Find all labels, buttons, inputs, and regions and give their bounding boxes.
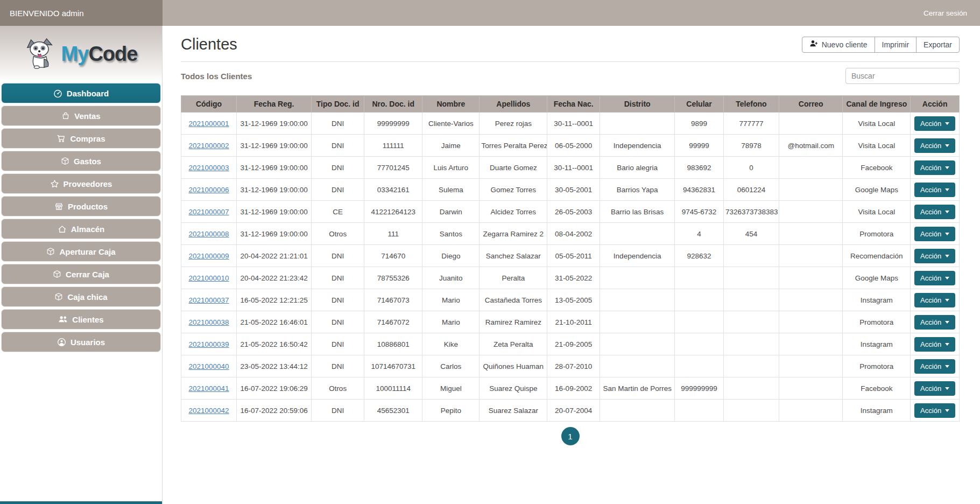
row-action-dropdown-button[interactable]: Acción xyxy=(914,293,955,307)
table-cell: 10886801 xyxy=(364,333,422,355)
client-code-link[interactable]: 2021000002 xyxy=(188,142,229,150)
table-cell: 31-05-2022 xyxy=(547,267,600,289)
sidebar-item-label: Productos xyxy=(68,202,108,211)
cell-codigo: 2021000042 xyxy=(181,400,237,422)
export-button[interactable]: Exportar xyxy=(916,37,960,53)
client-code-link[interactable]: 2021000007 xyxy=(188,208,229,216)
brand-code: Code xyxy=(88,43,137,65)
sidebar-item-usuarios[interactable]: Usuarios xyxy=(1,332,161,352)
pagination-page-1[interactable]: 1 xyxy=(561,427,580,445)
sidebar-item-ventas[interactable]: Ventas xyxy=(1,106,161,126)
client-code-link[interactable]: 2021000039 xyxy=(188,340,229,348)
sidebar-item-productos[interactable]: Productos xyxy=(1,196,161,216)
table-cell: 30-11--0001 xyxy=(547,157,600,179)
cell-codigo: 2021000001 xyxy=(181,113,237,135)
search-input[interactable] xyxy=(845,68,960,84)
row-action-dropdown-button[interactable]: Acción xyxy=(914,315,955,330)
table-cell xyxy=(600,333,675,355)
row-action-dropdown-button[interactable]: Acción xyxy=(914,138,955,153)
sidebar-item-label: Caja chica xyxy=(67,292,107,302)
client-code-link[interactable]: 2021000041 xyxy=(188,384,229,393)
table-cell: Otros xyxy=(312,223,364,245)
table-cell: 454 xyxy=(723,223,779,245)
table-cell: 31-12-1969 19:00:00 xyxy=(237,135,312,157)
table-cell: Otros xyxy=(312,377,364,400)
row-action-dropdown-button[interactable]: Acción xyxy=(914,381,955,396)
sidebar-item-caja-chica[interactable]: Caja chica xyxy=(1,286,161,307)
house-icon xyxy=(58,225,67,234)
row-action-dropdown-button[interactable]: Acción xyxy=(914,249,955,263)
table-cell: 777777 xyxy=(723,113,779,135)
table-cell xyxy=(779,355,843,377)
table-cell: CE xyxy=(312,201,364,223)
sidebar-header: BIENVENIDO admin xyxy=(0,0,163,26)
client-code-link[interactable]: 2021000038 xyxy=(188,318,229,326)
client-code-link[interactable]: 2021000001 xyxy=(188,120,229,128)
row-action-dropdown-button[interactable]: Acción xyxy=(914,227,955,241)
table-cell: 10714670731 xyxy=(364,355,422,377)
table-cell: Jaime xyxy=(422,135,480,157)
table-cell: 0 xyxy=(723,157,779,179)
client-code-link[interactable]: 2021000008 xyxy=(188,230,229,238)
row-action-dropdown-button[interactable]: Acción xyxy=(914,183,955,197)
sidebar: MyCode DashboardVentasComprasGastosProve… xyxy=(0,26,163,504)
export-label: Exportar xyxy=(923,40,952,49)
column-header: Acción xyxy=(911,96,960,113)
table-cell xyxy=(723,245,779,267)
sidebar-item-almac-n[interactable]: Almacén xyxy=(1,219,161,239)
client-code-link[interactable]: 2021000010 xyxy=(188,274,229,282)
table-cell: 4 xyxy=(675,223,724,245)
shop-icon xyxy=(54,202,64,211)
table-cell: Gomez Torres xyxy=(480,179,547,201)
caret-down-icon xyxy=(945,321,949,324)
table-cell: DNI xyxy=(312,245,364,267)
sidebar-item-compras[interactable]: Compras xyxy=(1,128,161,149)
client-code-link[interactable]: 2021000006 xyxy=(188,186,229,194)
client-code-link[interactable]: 2021000037 xyxy=(188,296,229,304)
table-cell: @hotmail.com xyxy=(779,135,843,157)
table-cell: 05-05-2011 xyxy=(547,245,600,267)
sidebar-item-clientes[interactable]: Clientes xyxy=(1,309,161,330)
client-code-link[interactable]: 2021000009 xyxy=(188,252,229,260)
table-row: 202100000831-12-1969 19:00:00Otros111San… xyxy=(181,223,960,245)
table-cell: 03342161 xyxy=(364,179,422,201)
table-cell: 21-05-2022 16:50:42 xyxy=(237,333,312,355)
table-cell: 45652301 xyxy=(364,400,422,422)
table-cell: 06-05-2000 xyxy=(547,135,600,157)
row-action-dropdown-button[interactable]: Acción xyxy=(914,160,955,175)
column-header: Código xyxy=(181,96,237,113)
table-cell: Perez rojas xyxy=(480,113,547,135)
sidebar-item-gastos[interactable]: Gastos xyxy=(1,151,161,171)
table-cell xyxy=(723,377,779,400)
header-divider xyxy=(181,61,960,62)
row-action-dropdown-button[interactable]: Acción xyxy=(914,271,955,285)
table-cell: 9745-6732 xyxy=(675,201,724,223)
sidebar-item-proveedores[interactable]: Proveedores xyxy=(1,173,161,194)
table-cell: 21-09-2005 xyxy=(547,333,600,355)
row-action-dropdown-button[interactable]: Acción xyxy=(914,359,955,374)
sidebar-item-dashboard[interactable]: Dashboard xyxy=(1,83,161,103)
table-cell: Facebook xyxy=(843,157,911,179)
cart-icon xyxy=(57,134,66,143)
table-cell: 94362831 xyxy=(675,179,724,201)
sidebar-item-aperturar-caja[interactable]: Aperturar Caja xyxy=(1,241,161,262)
cell-codigo: 2021000041 xyxy=(181,377,237,400)
table-cell: 78755326 xyxy=(364,267,422,289)
brand-my: My xyxy=(61,43,89,65)
row-action-dropdown-button[interactable]: Acción xyxy=(914,205,955,219)
client-code-link[interactable]: 2021000040 xyxy=(188,362,229,370)
sidebar-item-cerrar-caja[interactable]: Cerrar Caja xyxy=(1,264,161,284)
client-code-link[interactable]: 2021000003 xyxy=(188,164,229,172)
cell-accion: Acción xyxy=(911,289,960,311)
table-cell: Castañeda Torres xyxy=(480,289,547,311)
logout-link[interactable]: Cerrar sesión xyxy=(923,9,967,17)
page-header: Clientes Nuevo cliente Imprimir Exportar xyxy=(181,36,960,53)
print-button[interactable]: Imprimir xyxy=(875,37,917,53)
table-cell: 99999 xyxy=(675,135,724,157)
new-client-button[interactable]: Nuevo cliente xyxy=(802,37,875,53)
row-action-dropdown-button[interactable]: Acción xyxy=(914,116,955,131)
client-code-link[interactable]: 2021000042 xyxy=(188,407,229,415)
cube-icon xyxy=(61,157,69,165)
row-action-dropdown-button[interactable]: Acción xyxy=(914,403,955,418)
row-action-dropdown-button[interactable]: Acción xyxy=(914,337,955,352)
